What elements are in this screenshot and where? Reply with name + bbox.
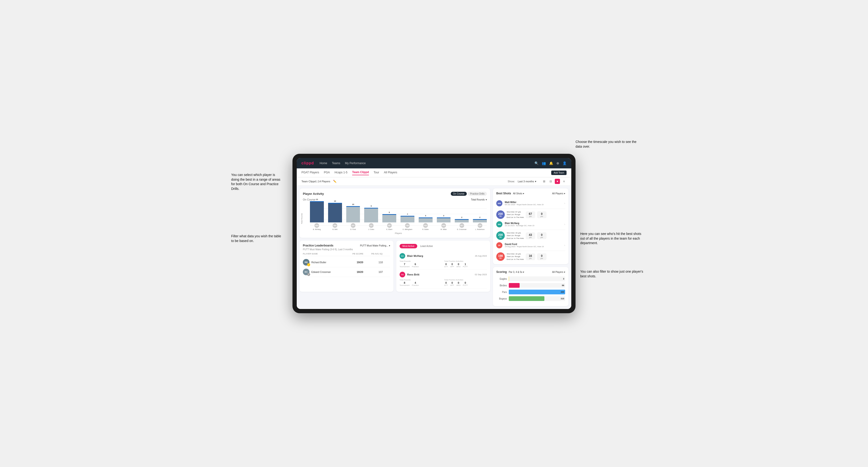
edit-icon[interactable]: ✏️ [333, 180, 337, 183]
bar [455, 219, 469, 222]
bar-name: O. Billingham [403, 228, 412, 230]
bar-avatar: LR [478, 223, 483, 228]
bar-avatar: BM [314, 223, 319, 228]
bar-value: 4 [407, 213, 408, 215]
grid-view-btn[interactable]: ⊞ [541, 179, 547, 184]
bar-group: 12 BB B. Britt [328, 200, 342, 230]
scoring-bar-fill [509, 283, 520, 288]
shot-stat-val1: 16 [529, 254, 532, 257]
chevron-right-icon[interactable]: › [564, 223, 565, 226]
bar-line [418, 217, 433, 218]
tab-hcaps[interactable]: Hcaps 1-5 [335, 171, 347, 175]
bar-group: 4 OB O. Billingham [401, 213, 414, 230]
y-axis-label: Total Rounds [301, 213, 303, 224]
bar-name: E. Ebert [386, 228, 392, 230]
chevron-down-icon: ▾ [523, 192, 524, 195]
shot-info-text: Shot Dist: 16 ydsStart Lie: RoughEnd Lie… [507, 253, 524, 261]
timescale-dropdown[interactable]: Last 3 months ▾ [518, 180, 536, 183]
heart-view-btn[interactable]: ♥ [555, 179, 560, 184]
list-view-btn[interactable]: ≡ [561, 179, 566, 184]
nav-link-my-performance[interactable]: My Performance [345, 161, 366, 165]
profile-icon[interactable]: 👤 [563, 161, 566, 165]
practice-row: EC 2 Edward Crossman 18/20 107 [303, 267, 390, 277]
bar-group: 2 LR L. Robertson [473, 216, 487, 230]
pb-avg: 107 [371, 271, 390, 273]
all-shots-dropdown[interactable]: All Shots ▾ [513, 192, 524, 195]
scoring-bar-row: Pars 499 [496, 290, 565, 294]
shot-stat-yds1: 67 yds [526, 211, 535, 218]
bar-avatar: OB [405, 223, 410, 228]
shot-player-avatar: MM [496, 200, 502, 206]
annotation-right-mid: Here you can see who's hit the best shot… [580, 231, 646, 246]
arg-stat: 0 ARG [456, 281, 460, 286]
rank-badge: 2 [307, 273, 310, 276]
chevron-down-icon: ▾ [389, 244, 390, 247]
tab-tour[interactable]: Tour [374, 171, 379, 175]
rounds-row: 8 Tournament 4 Practice [400, 281, 442, 286]
shot-player-section: BM Blair McHarg 23 Jul 2023 · Ashridge G… [496, 219, 565, 240]
bar-avatar: RB [423, 223, 428, 228]
main-content: Player Activity On Course Practice Drill… [297, 186, 571, 309]
scoring-bar-wrap: 3 [509, 276, 565, 281]
rounds-group: Total Rounds 7 Tournament 6 Practice [400, 260, 442, 268]
nav-links: Home Teams My Performance [319, 161, 529, 165]
most-active-card: Most Active Least Active BM Blair McHarg… [396, 241, 490, 292]
scoring-par-filter[interactable]: Par 3, 4 & 5s ▾ [509, 271, 524, 273]
pb-score: 19/20 [350, 261, 369, 264]
bar-value: 5 [389, 211, 390, 214]
col-pb-score: PB SCORE [352, 253, 371, 255]
active-player-avatar: RB [400, 272, 405, 277]
bar-value: 2 [461, 216, 462, 218]
bar-name: B. Britt [333, 228, 338, 230]
scoring-bar-num: 96 [562, 284, 564, 286]
tab-pgat-players[interactable]: PGAT Players [302, 171, 319, 175]
total-rounds-filter[interactable]: Total Rounds ▾ [471, 198, 487, 201]
tab-team-clippd[interactable]: Team Clippd [352, 170, 369, 175]
scoring-all-players-dropdown[interactable]: All Players ▾ [552, 271, 565, 273]
shot-details: 200 SG Shot Dist: 43 ydsStart Lie: Rough… [496, 231, 565, 240]
col-pb-avg: PB AVG SQ [371, 253, 390, 255]
app-stat: 0 APP [450, 263, 454, 268]
scoring-bars: Eagles 3 Birdies 96 Pars 499 Bogeys 315 [496, 276, 565, 301]
active-player-name: Rees Britt [407, 273, 473, 276]
practice-dropdown[interactable]: PUTT Must Make Putting... ▾ [360, 244, 390, 247]
bar-avatar: MM [441, 223, 446, 228]
active-player-date: 26 Aug 2023 [475, 255, 487, 257]
left-column: Player Activity On Course Practice Drill… [300, 188, 490, 306]
least-active-tab[interactable]: Least Active [417, 244, 436, 248]
practice-stat: 4 Practice [412, 281, 418, 286]
bar-avatar: JC [369, 223, 374, 228]
practice-drills-tab[interactable]: Practice Drills [468, 192, 487, 196]
tab-all-players[interactable]: All Players [384, 171, 397, 175]
shot-stat-yds1: 16 yds [526, 253, 535, 260]
nav-logo: clippd [302, 161, 314, 165]
chevron-right-icon[interactable]: › [564, 244, 565, 247]
shot-player-avatar: DF [496, 242, 502, 248]
nav-link-home[interactable]: Home [319, 161, 327, 165]
scoring-bar-fill [509, 296, 545, 301]
scoring-bar-num: 315 [561, 298, 564, 300]
tab-pga[interactable]: PGA [324, 171, 330, 175]
bell-icon[interactable]: 🔔 [549, 161, 553, 165]
shot-stat-yds1: 43 yds [526, 232, 535, 239]
on-course-tab[interactable]: On Course [451, 192, 467, 196]
bar-line [328, 203, 342, 204]
people-icon[interactable]: 👥 [542, 161, 546, 165]
add-team-button[interactable]: Add Team [551, 170, 566, 175]
shot-player-name: David Ford [505, 243, 562, 246]
add-circle-icon[interactable]: ⊕ [556, 161, 559, 165]
annotation-top-right: Choose the timescale you wish to see the… [576, 139, 637, 149]
right-column: Best Shots All Shots ▾ All Players ▾ MM [493, 188, 568, 306]
nav-link-teams[interactable]: Teams [332, 161, 340, 165]
rounds-group: Total Rounds 8 Tournament 4 Practice [400, 279, 442, 286]
best-shots-all-players-dropdown[interactable]: All Players ▾ [552, 192, 565, 195]
shot-info-text: Shot Dist: 67 ydsStart Lie: RoughEnd Lie… [507, 211, 524, 219]
shot-rows: MM Matt Miller 09 Jun 2023 · Royal North… [496, 198, 565, 261]
chevron-right-icon[interactable]: › [564, 201, 565, 205]
search-icon[interactable]: 🔍 [534, 161, 538, 165]
sg-badge: 198 SG [496, 252, 505, 261]
annotation-left-top: You can select which player is doing the… [231, 173, 283, 191]
grid2-view-btn[interactable]: ⊟ [548, 179, 553, 184]
activity-tab-group: On Course Practice Drills [451, 192, 487, 196]
most-active-tab[interactable]: Most Active [400, 244, 417, 248]
